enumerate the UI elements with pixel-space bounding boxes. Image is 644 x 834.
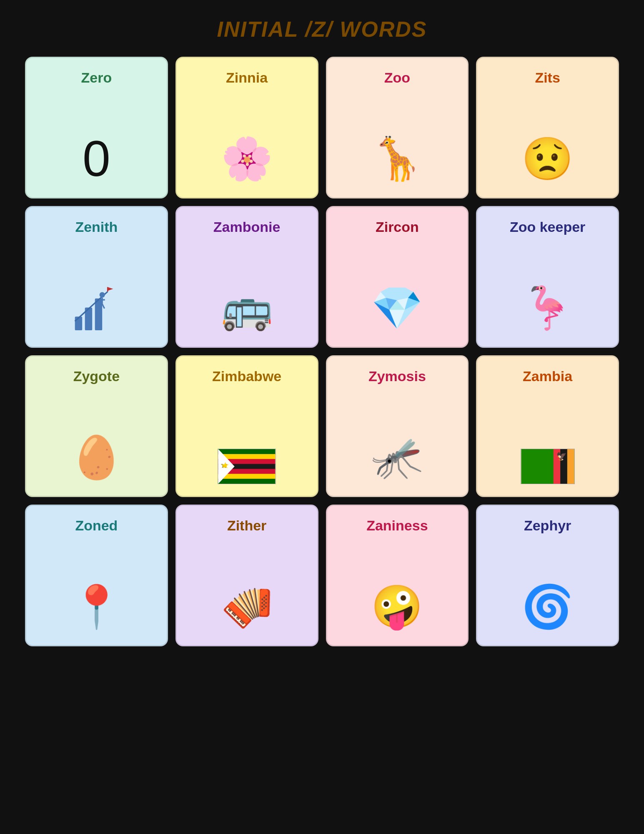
card-label-zinnia: Zinnia (226, 70, 268, 86)
card-icon-zambia: 🦅 (521, 449, 575, 484)
svg-text:🦅: 🦅 (556, 451, 567, 461)
card-zookeeper: Zoo keeper🦩 (476, 206, 619, 348)
card-label-zoo: Zoo (384, 70, 410, 86)
card-icon-zinnia: 🌸 (221, 131, 273, 186)
card-label-zygote: Zygote (73, 368, 120, 384)
card-icon-zaniness: 🤪 (371, 579, 423, 633)
card-zoned: Zoned📍 (25, 505, 168, 646)
card-label-zephyr: Zephyr (524, 517, 571, 534)
svg-point-5 (100, 292, 105, 297)
card-label-zookeeper: Zoo keeper (510, 219, 585, 235)
card-zero: Zero0 (25, 57, 168, 198)
svg-marker-4 (108, 287, 113, 291)
card-icon-zircon: 💎 (371, 281, 423, 335)
card-label-zoned: Zoned (75, 517, 118, 534)
card-label-zymosis: Zymosis (368, 368, 426, 384)
card-zoo: Zoo🦒 (326, 57, 469, 198)
card-icon-zero: 0 (83, 131, 110, 186)
card-zircon: Zircon💎 (326, 206, 469, 348)
card-icon-zither: 🪗 (221, 579, 273, 633)
svg-text:★: ★ (222, 460, 230, 470)
card-zimbabwe: Zimbabwe★ (175, 355, 318, 497)
card-label-zambia: Zambia (523, 368, 572, 384)
card-label-zither: Zither (227, 517, 266, 534)
card-label-zero: Zero (81, 70, 112, 86)
card-zits: Zits😟 (476, 57, 619, 198)
svg-rect-2 (95, 299, 102, 330)
card-icon-zoned: 📍 (70, 579, 123, 633)
svg-line-9 (103, 304, 105, 309)
card-zephyr: Zephyr🌀 (476, 505, 619, 646)
card-label-zambonie: Zambonie (213, 219, 281, 235)
card-icon-zookeeper: 🦩 (521, 281, 574, 335)
card-icon-zygote: 🥚 (70, 430, 123, 484)
card-icon-zits: 😟 (521, 131, 574, 186)
card-zaniness: Zaniness🤪 (326, 505, 469, 646)
card-zither: Zither🪗 (175, 505, 318, 646)
card-icon-zoo: 🦒 (371, 131, 423, 186)
page: INITIAL /Z/ WORDS Zero0Zinnia🌸Zoo🦒Zits😟Z… (0, 0, 644, 834)
svg-rect-23 (567, 449, 574, 484)
card-icon-zenith (71, 285, 121, 335)
card-zymosis: Zymosis🦟 (326, 355, 469, 497)
card-icon-zephyr: 🌀 (521, 579, 574, 633)
card-zambia: Zambia🦅 (476, 355, 619, 497)
card-label-zircon: Zircon (376, 219, 419, 235)
word-grid: Zero0Zinnia🌸Zoo🦒Zits😟Zenith Zambonie🚌Zir… (25, 57, 619, 646)
card-zambonie: Zambonie🚌 (175, 206, 318, 348)
card-zygote: Zygote🥚 (25, 355, 168, 497)
svg-rect-10 (218, 449, 276, 455)
card-icon-zambonie: 🚌 (221, 281, 273, 335)
card-zenith: Zenith (25, 206, 168, 348)
svg-rect-16 (218, 479, 276, 484)
card-icon-zymosis: 🦟 (371, 430, 423, 484)
card-label-zimbabwe: Zimbabwe (212, 368, 281, 384)
card-label-zenith: Zenith (75, 219, 118, 235)
card-zinnia: Zinnia🌸 (175, 57, 318, 198)
card-label-zaniness: Zaniness (366, 517, 428, 534)
card-icon-zimbabwe: ★ (218, 449, 276, 484)
page-title: INITIAL /Z/ WORDS (217, 17, 427, 42)
card-label-zits: Zits (535, 70, 560, 86)
